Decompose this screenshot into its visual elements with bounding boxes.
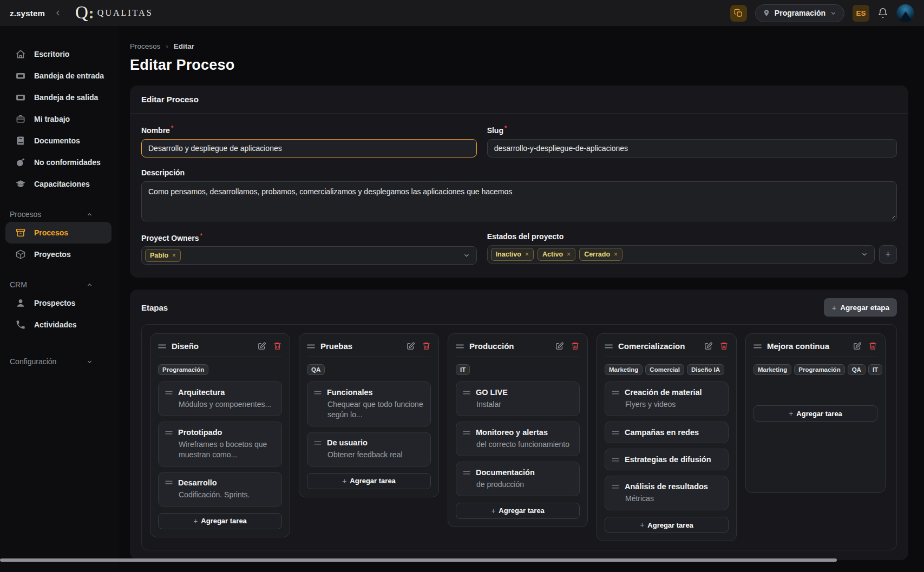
sidebar-item-bandeja-entrada[interactable]: Bandeja de entrada (0, 65, 119, 87)
sidebar-item-mi-trabajo[interactable]: Mi trabajo (0, 108, 119, 130)
bell-icon[interactable] (877, 8, 888, 18)
sidebar-item-bandeja-salida[interactable]: Bandeja de salida (0, 87, 119, 108)
drag-handle-icon[interactable] (612, 457, 619, 462)
drag-handle-icon[interactable] (612, 430, 619, 435)
chevron-left-icon[interactable] (54, 9, 62, 17)
estado-tag[interactable]: Inactivo × (491, 248, 534, 261)
sidebar-item-procesos[interactable]: Procesos (5, 222, 112, 244)
add-estado-button[interactable]: + (879, 245, 897, 264)
drag-handle-icon[interactable] (456, 344, 464, 349)
pencil-icon (853, 341, 862, 351)
delete-stage-button[interactable] (719, 341, 729, 351)
owner-tag[interactable]: Pablo × (145, 249, 181, 262)
add-stage-button[interactable]: + Agregar etapa (824, 298, 897, 317)
briefcase-icon (15, 114, 26, 124)
stage-tag: Marketing (753, 364, 791, 375)
sidebar-group-crm[interactable]: CRM (10, 280, 93, 289)
task-card[interactable]: Documentación de producción (456, 462, 580, 496)
chevron-down-icon (463, 252, 470, 259)
remove-tag-icon[interactable]: × (172, 252, 176, 259)
sidebar-item-capacitaciones[interactable]: Capacitaciones (0, 173, 119, 195)
delete-stage-button[interactable] (868, 341, 877, 351)
drag-handle-icon[interactable] (612, 484, 619, 489)
pencil-icon (704, 341, 713, 351)
sidebar-item-documentos[interactable]: Documentos (0, 130, 119, 152)
drag-handle-icon[interactable] (612, 390, 619, 395)
add-task-button[interactable]: +Agregar tarea (456, 503, 580, 519)
task-card[interactable]: Campañas en redes (605, 422, 729, 443)
add-task-button[interactable]: +Agregar tarea (158, 513, 282, 529)
remove-tag-icon[interactable]: × (525, 251, 529, 258)
drag-handle-icon[interactable] (463, 390, 470, 395)
location-pin-icon (763, 9, 770, 17)
drag-handle-icon[interactable] (165, 390, 173, 395)
trash-icon (273, 341, 282, 351)
sidebar-item-actividades[interactable]: Actividades (0, 314, 119, 336)
add-task-button[interactable]: +Agregar tarea (605, 517, 729, 533)
required-asterisk: * (171, 124, 173, 131)
topbar: z.system Q QUALITAS Programación ES (0, 0, 924, 26)
edit-stage-button[interactable] (406, 341, 415, 351)
estado-tag[interactable]: Activo × (538, 248, 575, 261)
task-card[interactable]: Funcionales Chequear que todo funcione s… (307, 382, 431, 426)
edit-stage-button[interactable] (257, 341, 266, 351)
remove-tag-icon[interactable]: × (614, 251, 618, 258)
slug-input[interactable] (487, 139, 897, 157)
copy-button[interactable] (730, 5, 747, 22)
drag-handle-icon[interactable] (158, 344, 166, 349)
estado-tag[interactable]: Cerrado × (579, 248, 622, 261)
inbox-icon (15, 70, 26, 81)
remove-tag-icon[interactable]: × (567, 251, 571, 258)
drag-handle-icon[interactable] (314, 440, 322, 445)
trash-icon (868, 341, 877, 351)
trash-icon (719, 341, 729, 351)
sidebar-group-configuracion[interactable]: Configuración (10, 357, 93, 366)
sidebar-item-proyectos[interactable]: Proyectos (0, 244, 119, 265)
task-card[interactable]: GO LIVE Instalar (456, 382, 580, 416)
task-card[interactable]: Prototipado Wireframes o bocetos que mue… (158, 422, 282, 466)
task-card[interactable]: Creación de material Flyers y videos (605, 382, 729, 416)
edit-stage-button[interactable] (555, 341, 564, 351)
task-card[interactable]: Estrategias de difusión (605, 449, 729, 470)
avatar[interactable] (896, 4, 914, 22)
drag-handle-icon[interactable] (165, 430, 173, 435)
edit-stage-button[interactable] (853, 341, 862, 351)
drag-handle-icon[interactable] (463, 430, 470, 435)
owners-select[interactable]: Pablo × (141, 246, 477, 265)
drag-handle-icon[interactable] (753, 344, 762, 349)
edit-stage-button[interactable] (704, 341, 713, 351)
workspace-dropdown[interactable]: Programación (755, 4, 844, 22)
add-task-button[interactable]: +Agregar tarea (753, 405, 877, 422)
drag-handle-icon[interactable] (314, 390, 322, 395)
edit-process-card: Editar Proceso Nombre* Slug* Descripción (130, 86, 908, 278)
drag-handle-icon[interactable] (463, 470, 470, 475)
delete-stage-button[interactable] (422, 341, 431, 351)
task-card[interactable]: Desarrollo Codificación. Sprints. (158, 472, 282, 507)
descripcion-textarea[interactable]: Como pensamos, desarrollamos, probamos, … (141, 181, 897, 221)
sidebar-item-no-conformidades[interactable]: No conformidades (0, 152, 119, 173)
language-badge[interactable]: ES (853, 5, 869, 22)
sidebar-item-prospectos[interactable]: Prospectos (0, 292, 119, 314)
nombre-label: Nombre* (141, 124, 477, 135)
task-card[interactable]: Análisis de resultados Métricas (605, 476, 729, 510)
graduation-cap-icon (15, 179, 26, 189)
horizontal-scrollbar[interactable] (0, 558, 837, 562)
drag-handle-icon[interactable] (307, 344, 315, 349)
estados-select[interactable]: Inactivo × Activo × Cerrado × (487, 245, 875, 264)
breadcrumb-procesos[interactable]: Procesos (130, 42, 160, 50)
task-card[interactable]: De usuario Obtener feedback real (307, 432, 431, 466)
user-icon (15, 298, 26, 308)
delete-stage-button[interactable] (571, 341, 580, 351)
add-task-button[interactable]: +Agregar tarea (307, 473, 431, 489)
task-card[interactable]: Monitoreo y alertas del correcto funcion… (456, 422, 580, 456)
sidebar-item-escritorio[interactable]: Escritorio (0, 43, 119, 65)
sidebar-group-procesos[interactable]: Procesos (10, 210, 93, 219)
stage-title: Pruebas (320, 341, 401, 351)
nombre-input[interactable] (141, 139, 477, 157)
stage-title: Diseño (172, 341, 252, 351)
delete-stage-button[interactable] (273, 341, 282, 351)
drag-handle-icon[interactable] (165, 480, 173, 485)
copy-icon (734, 9, 743, 17)
drag-handle-icon[interactable] (605, 344, 613, 349)
task-card[interactable]: Arquitectura Módulos y compoenentes... (158, 382, 282, 416)
